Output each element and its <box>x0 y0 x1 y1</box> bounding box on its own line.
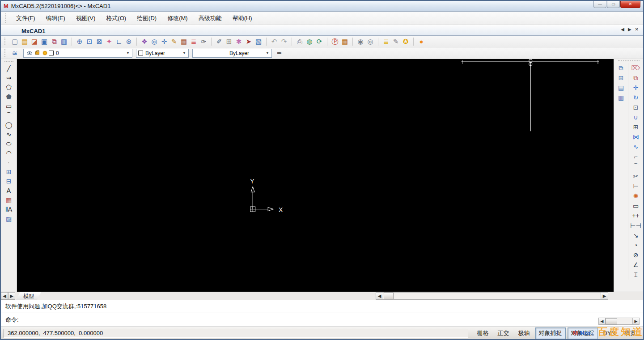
toggle-dyn[interactable]: DYN <box>600 328 619 338</box>
draft-line-icon[interactable]: ✐ <box>214 37 224 46</box>
arc-icon[interactable]: ⌒ <box>4 110 14 120</box>
scroll-right-icon[interactable]: ▶ <box>601 293 608 299</box>
plot-preview-icon[interactable]: ⎙ <box>295 37 305 46</box>
menu-advanced[interactable]: 高级功能 <box>193 13 227 24</box>
sketch-pencil-icon[interactable]: ✎ <box>169 37 179 46</box>
point-icon[interactable]: ∙ <box>4 157 14 167</box>
new-file-icon[interactable]: ▢ <box>10 37 20 46</box>
minimize-button[interactable]: — <box>593 1 606 8</box>
qq-service-icon[interactable]: ● <box>416 37 426 46</box>
menu-help[interactable]: 帮助(H) <box>227 13 258 24</box>
annotate-pencil-icon[interactable]: ✎ <box>391 37 401 46</box>
import-dwg-icon[interactable]: ◪ <box>30 37 39 46</box>
layers-panel-icon[interactable]: ≋ <box>10 48 20 58</box>
polyline-icon[interactable]: ⇝ <box>4 73 14 82</box>
fillet-icon[interactable]: ⌒ <box>631 162 641 171</box>
erase-icon[interactable]: ⌦ <box>631 63 641 73</box>
ellipse-arc-icon[interactable]: ◠ <box>4 148 14 157</box>
toggle-ortho[interactable]: 正交 <box>494 327 513 339</box>
paste-clip-icon[interactable]: ▤ <box>616 83 627 93</box>
extend-icon[interactable]: ⊢ <box>631 181 641 191</box>
layout-scroll-left-icon[interactable]: ◀ <box>1 292 8 300</box>
command-prompt[interactable]: 命令: <box>1 313 643 327</box>
dim-radius-icon[interactable]: ◔ <box>631 240 641 250</box>
spline-icon[interactable]: ∿ <box>4 129 14 139</box>
scrollbar-thumb[interactable] <box>384 293 394 299</box>
model-tab[interactable]: 模型 <box>16 292 41 300</box>
table-icon[interactable]: ▦ <box>4 195 14 204</box>
text-icon[interactable]: A <box>4 186 14 195</box>
menu-file[interactable]: 文件(F) <box>11 13 41 24</box>
hatch-icon[interactable]: ▨ <box>4 214 14 223</box>
scale-icon[interactable]: ⊡ <box>631 102 641 112</box>
close-button[interactable]: ✕ <box>620 1 640 8</box>
copy-clip-icon[interactable]: ⧉ <box>616 63 627 73</box>
ucs-axes-icon[interactable]: ∟ <box>114 37 124 46</box>
layout-scroll-right-icon[interactable]: ▶ <box>8 292 15 300</box>
maximize-button[interactable]: ▭ <box>607 1 620 8</box>
scrollbar-thumb[interactable] <box>606 318 617 324</box>
explode-icon[interactable]: ✺ <box>631 191 641 201</box>
ellipse-icon[interactable]: ⬭ <box>4 139 14 148</box>
paste-block-icon[interactable]: ▥ <box>616 93 627 102</box>
open-file-icon[interactable]: ▤ <box>20 37 30 46</box>
circle-icon[interactable]: ◯ <box>4 120 14 129</box>
raster-image-icon[interactable]: ▦ <box>179 37 189 46</box>
chevron-down-icon[interactable]: ▼ <box>125 51 131 55</box>
copy-object-icon[interactable]: ⧉ <box>631 73 641 83</box>
help-book-icon[interactable]: ▧ <box>254 37 263 46</box>
undo-icon[interactable]: ↶ <box>269 37 279 46</box>
dim-aligned-icon[interactable]: ↘ <box>631 230 641 240</box>
mirror-icon[interactable]: ⋈ <box>631 132 641 142</box>
match-properties-icon[interactable]: ✑ <box>199 37 208 46</box>
update-refresh-icon[interactable]: ⟳ <box>314 37 324 46</box>
menu-edit[interactable]: 编辑(E) <box>41 13 71 24</box>
menu-view[interactable]: 视图(V) <box>71 13 101 24</box>
layer-combo[interactable]: 0 ▼ <box>23 49 132 58</box>
tab-scroll-right-icon[interactable]: ▶ <box>628 27 631 32</box>
zoom-dynamic-icon[interactable]: ⊛ <box>124 37 134 46</box>
dim-style-icon[interactable]: ▭ <box>631 201 641 211</box>
scroll-left-icon[interactable]: ◀ <box>599 318 606 324</box>
menu-format[interactable]: 格式(O) <box>101 13 131 24</box>
named-views-icon[interactable]: ❖ <box>140 37 149 46</box>
match-properties-brush-icon[interactable]: ✒ <box>275 48 284 58</box>
chevron-down-icon[interactable]: ▼ <box>264 51 271 55</box>
polygon-filled-icon[interactable]: ⬟ <box>4 92 14 101</box>
toggle-osnap[interactable]: 对象捕捉 <box>535 327 566 339</box>
move-icon[interactable]: ✛ <box>631 83 641 93</box>
web-publish-icon[interactable]: ◍ <box>305 37 314 46</box>
dim-linear-icon[interactable]: ⊢⊣ <box>631 221 641 230</box>
scroll-right-icon[interactable]: ▶ <box>632 318 639 324</box>
toggle-polar[interactable]: 极轴 <box>515 327 534 339</box>
tab-scroll-left-icon[interactable]: ◀ <box>621 27 624 32</box>
canvas-horizontal-scrollbar[interactable]: ◀ ▶ <box>376 292 608 300</box>
menu-draw[interactable]: 绘图(D) <box>131 13 162 24</box>
chevron-down-icon[interactable]: ▼ <box>181 51 187 55</box>
tab-close-icon[interactable]: ✕ <box>635 27 639 32</box>
pdf-export-icon[interactable]: Ⓟ <box>330 37 340 46</box>
redraw-icon[interactable]: ✦ <box>104 37 114 46</box>
text-editor-icon[interactable]: ⊞ <box>224 37 234 46</box>
preview-find-icon[interactable]: ◎ <box>365 37 375 46</box>
toggle-grid[interactable]: 栅格 <box>474 327 492 339</box>
dim-diameter-icon[interactable]: ⊘ <box>631 250 641 260</box>
dim-edit-icon[interactable]: ⌶ <box>631 270 641 280</box>
polyline-edit-icon[interactable]: ∿ <box>631 142 641 152</box>
save-icon[interactable]: ▣ <box>39 37 49 46</box>
quick-tool-icon[interactable]: ➤ <box>244 37 254 46</box>
save-as-icon[interactable]: ⧉ <box>49 37 59 46</box>
line-icon[interactable]: ╱ <box>4 64 14 73</box>
dim-angular-icon[interactable]: ∠ <box>631 260 641 270</box>
drawing-canvas[interactable]: Y X <box>17 59 614 292</box>
scrollbar-track[interactable] <box>617 318 632 324</box>
pan-icon[interactable]: ✛ <box>159 37 169 46</box>
rotate-icon[interactable]: ↻ <box>631 93 641 102</box>
array-icon[interactable]: ⊞ <box>631 122 641 132</box>
scrollbar-track[interactable] <box>394 293 601 299</box>
zoom-window-icon[interactable]: ⊡ <box>85 37 94 46</box>
color-combo[interactable]: ByLayer ▼ <box>136 49 189 58</box>
plot-icon[interactable]: ▥ <box>59 37 69 46</box>
snapshot-icon[interactable]: ◉ <box>356 37 365 46</box>
notes-icon[interactable]: ≣ <box>381 37 391 46</box>
